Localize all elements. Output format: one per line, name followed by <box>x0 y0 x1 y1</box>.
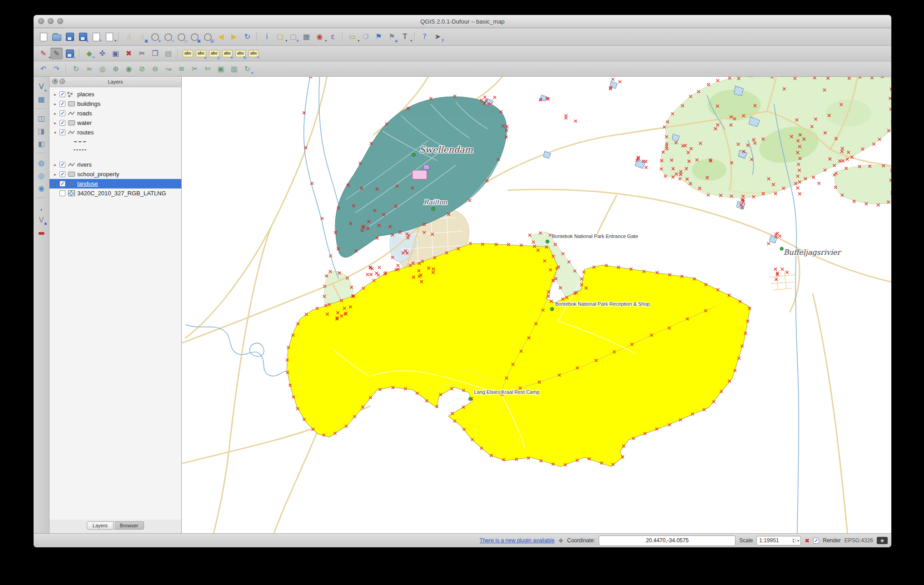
expander-icon[interactable]: ▸ <box>53 121 58 125</box>
expander-icon[interactable]: ▾ <box>53 130 58 135</box>
layer-visibility-checkbox[interactable]: ✓ <box>60 129 65 135</box>
paste-features-button[interactable]: ▤ <box>162 48 174 59</box>
reshape-features-button[interactable]: ↝ <box>162 63 174 75</box>
show-bookmarks-button[interactable]: ⚑≡ <box>386 31 398 43</box>
cut-features-button[interactable]: ✂ <box>136 48 148 59</box>
simplify-feature-button[interactable]: ≈ <box>83 63 95 75</box>
undo-button[interactable]: ↶ <box>37 63 50 75</box>
text-annotation-button[interactable]: T▾ <box>399 31 411 43</box>
deselect-features-button[interactable]: ▢✕ <box>287 31 299 43</box>
tab-layers[interactable]: Layers <box>87 521 114 530</box>
layer-item-3420C_2010_327_RGB_LATLNG[interactable]: 3420C_2010_327_RGB_LATLNG <box>50 188 181 198</box>
scale-combo[interactable]: 1:19951 ▲▼ ▾ <box>756 536 801 545</box>
add-vector-layer-button[interactable]: V+ <box>35 81 47 92</box>
add-delimited-text-layer-button[interactable]: , <box>35 202 47 213</box>
add-wcs-layer-button[interactable]: ◎ <box>35 170 47 181</box>
layer-item-routes[interactable]: ▾✓routes <box>50 128 181 137</box>
toggle-editing-button[interactable]: ✎ <box>50 48 63 59</box>
refresh-map-button[interactable]: ↻ <box>241 31 253 43</box>
symbology-item-dot[interactable] <box>50 145 181 154</box>
copy-features-button[interactable]: ❐ <box>149 48 161 59</box>
new-shapefile-layer-button[interactable]: V✱ <box>35 215 47 226</box>
plugin-icon[interactable]: ❖ <box>558 538 564 544</box>
layers-panel-header[interactable]: ✕ ◦ Layers <box>50 77 181 87</box>
zoom-to-layer-button[interactable]: ◯▤ <box>202 31 214 43</box>
label-pin-button[interactable]: abc+ <box>195 48 207 59</box>
label-properties-button[interactable]: abc✎ <box>248 48 260 59</box>
layer-visibility-checkbox[interactable]: ✓ <box>60 110 65 116</box>
layer-item-rivers[interactable]: ▸✓rivers <box>50 160 181 169</box>
run-feature-action-button[interactable]: ◉▾ <box>313 31 326 43</box>
offset-curve-button[interactable]: ≋ <box>175 63 188 75</box>
pan-map-button[interactable]: ☝ <box>123 31 135 43</box>
move-feature-button[interactable]: ✜ <box>96 48 109 59</box>
add-mssql-layer-button[interactable]: ◧ <box>35 139 47 149</box>
minimize-button[interactable] <box>48 18 54 24</box>
split-parts-button[interactable]: ✄ <box>202 63 214 75</box>
scale-dropdown-icon[interactable]: ▾ <box>795 539 800 543</box>
new-bookmark-button[interactable]: ⚑ <box>373 31 385 43</box>
remove-layer-button[interactable]: ▬ <box>35 228 47 238</box>
add-part-button[interactable]: ⊕ <box>109 63 122 75</box>
expander-icon[interactable]: ▸ <box>53 92 58 97</box>
measure-button[interactable]: ▭▾ <box>346 31 358 43</box>
rotate-feature-button[interactable]: ↻ <box>70 63 82 75</box>
map-canvas[interactable]: Swellendam Railton Bontebok National Par… <box>182 77 891 533</box>
panel-float-icon[interactable]: ◦ <box>60 79 65 84</box>
save-project-as-button[interactable]: + <box>77 31 89 43</box>
layer-item-roads[interactable]: ▸✓roads <box>50 109 181 118</box>
add-wms-layer-button[interactable]: ◍ <box>35 158 47 169</box>
node-tool-button[interactable]: ▣ <box>109 48 122 59</box>
add-postgis-layer-button[interactable]: ◫ <box>35 113 47 124</box>
save-layer-edits-button[interactable]: ✎ <box>64 48 76 59</box>
layer-item-school_property[interactable]: ▸✓school_property <box>50 169 181 179</box>
layer-item-landuse[interactable]: ▸✓✎landuse <box>50 179 181 188</box>
expander-icon[interactable]: ▸ <box>53 102 58 106</box>
open-attribute-table-button[interactable]: ▦ <box>300 31 313 43</box>
rotate-point-symbols-button[interactable]: ↻• <box>241 63 253 75</box>
new-print-composer-button[interactable]: ✎ <box>90 31 102 43</box>
zoom-next-button[interactable]: ▶ <box>228 31 240 43</box>
add-ring-button[interactable]: ◎ <box>96 63 109 75</box>
add-spatialite-layer-button[interactable]: ◨ <box>35 126 47 137</box>
title-bar[interactable]: QGIS 2.0.1-Dufour – basic_map <box>34 15 891 28</box>
labeling-button[interactable]: abc <box>182 48 194 59</box>
zoom-in-button[interactable]: ◯+ <box>149 31 161 43</box>
scale-stepper-icons[interactable]: ▲▼ <box>792 538 795 543</box>
expander-icon[interactable]: ▸ <box>53 172 58 177</box>
add-wfs-layer-button[interactable]: ◉ <box>35 183 47 194</box>
plugin-available-link[interactable]: There is a new plugin available <box>480 537 555 544</box>
crs-status-icon[interactable]: ◉ <box>877 537 888 544</box>
add-raster-layer-button[interactable]: ▦ <box>35 94 47 105</box>
layer-visibility-checkbox[interactable]: ✓ <box>60 101 65 107</box>
layer-visibility-checkbox[interactable] <box>60 190 65 196</box>
render-checkbox[interactable]: ✓ <box>813 538 819 544</box>
zoom-button[interactable] <box>57 18 63 24</box>
whats-this-button[interactable]: ➤? <box>432 31 444 43</box>
new-project-button[interactable] <box>37 31 50 43</box>
layer-visibility-checkbox[interactable]: ✓ <box>60 120 65 126</box>
panel-close-icon[interactable]: ✕ <box>52 79 58 84</box>
coordinate-input[interactable] <box>599 535 735 546</box>
label-show-hidden-button[interactable]: abc◎ <box>208 48 220 59</box>
redo-button[interactable]: ↷ <box>50 63 63 75</box>
zoom-to-selection-button[interactable]: ◯▣ <box>189 31 201 43</box>
zoom-last-button[interactable]: ◀ <box>215 31 227 43</box>
label-rotate-button[interactable]: abc↻ <box>234 48 247 59</box>
close-button[interactable] <box>38 18 44 24</box>
zoom-full-button[interactable]: ◯▭ <box>175 31 188 43</box>
help-contents-button[interactable]: ? <box>418 31 431 43</box>
layer-visibility-checkbox[interactable]: ✓ <box>60 91 65 97</box>
stop-render-icon[interactable]: ✖ <box>805 538 810 544</box>
add-feature-button[interactable]: ◆✎ <box>83 48 95 59</box>
merge-attributes-button[interactable]: ▥ <box>228 63 240 75</box>
layer-visibility-checkbox[interactable]: ✓ <box>60 162 65 168</box>
label-move-button[interactable]: abc✛ <box>221 48 233 59</box>
expander-icon[interactable]: ▸ <box>53 111 58 116</box>
field-calculator-button[interactable]: ε <box>327 31 339 43</box>
delete-selected-button[interactable]: ✖ <box>123 48 135 59</box>
zoom-out-button[interactable]: ◯− <box>162 31 174 43</box>
expander-icon[interactable]: ▸ <box>53 163 58 167</box>
layer-visibility-checkbox[interactable]: ✓ <box>60 181 65 187</box>
map-tips-button[interactable]: ❍ <box>359 31 372 43</box>
